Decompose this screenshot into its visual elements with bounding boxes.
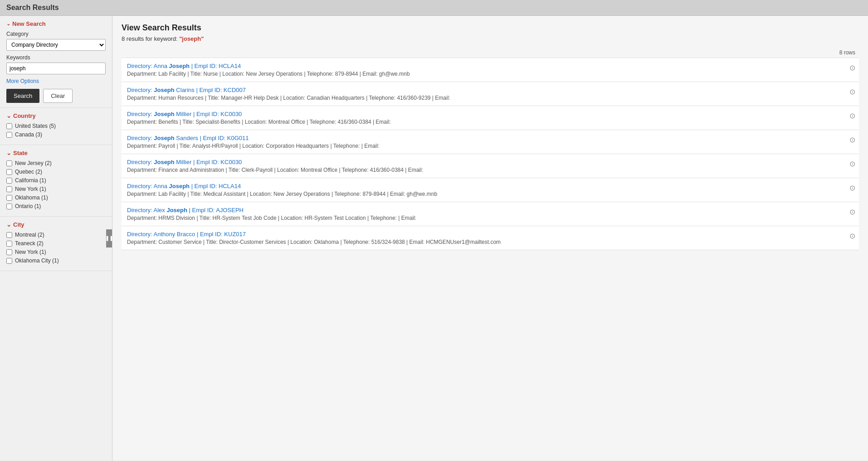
filter-item: New York (1) xyxy=(6,186,106,192)
result-content: Directory: Anna Joseph | Empl ID: HCLA14… xyxy=(127,183,844,197)
filter-item: New Jersey (2) xyxy=(6,160,106,166)
new-search-label: New Search xyxy=(12,20,46,27)
result-highlight: Joseph xyxy=(154,159,175,165)
state-ny-label: New York (1) xyxy=(15,186,46,192)
results-header-row: 8 rows xyxy=(122,48,859,58)
results-list: Directory: Anna Joseph | Empl ID: HCLA14… xyxy=(122,58,859,250)
result-content: Directory: Joseph Clarins | Empl ID: KCD… xyxy=(127,87,844,101)
new-search-toggle[interactable]: ⌄ New Search xyxy=(6,20,106,27)
country-us-checkbox[interactable] xyxy=(6,123,12,129)
result-action-icon[interactable]: ⊙ xyxy=(849,208,855,216)
state-qc-label: Quebec (2) xyxy=(15,169,42,175)
result-action-icon[interactable]: ⊙ xyxy=(849,136,855,144)
results-summary: 8 results for keyword: "joseph" xyxy=(122,35,859,42)
result-action-icon[interactable]: ⊙ xyxy=(849,87,855,96)
result-content: Directory: Joseph Millier | Empl ID: KC0… xyxy=(127,111,844,125)
keywords-label: Keywords xyxy=(6,54,106,61)
result-action-icon[interactable]: ⊙ xyxy=(849,63,855,72)
results-summary-prefix: 8 results for keyword: xyxy=(122,35,178,42)
result-action-icon[interactable]: ⊙ xyxy=(849,232,855,240)
result-item[interactable]: Directory: Joseph Millier | Empl ID: KC0… xyxy=(122,106,859,130)
city-montreal-label: Montreal (2) xyxy=(15,232,44,238)
country-filter-toggle[interactable]: ⌄ Country xyxy=(6,112,106,119)
result-item[interactable]: Directory: Alex Joseph | Empl ID: AJOSEP… xyxy=(122,202,859,226)
result-item[interactable]: Directory: Joseph Millier | Empl ID: KC0… xyxy=(122,154,859,178)
country-canada-checkbox[interactable] xyxy=(6,132,12,138)
result-highlight: Joseph xyxy=(169,183,190,189)
result-detail: Department: Lab Facility | Title: Nurse … xyxy=(127,71,844,77)
filter-item: Oklahoma (1) xyxy=(6,194,106,201)
result-content: Directory: Anna Joseph | Empl ID: HCLA14… xyxy=(127,63,844,77)
filter-item: Oklahoma City (1) xyxy=(6,257,106,264)
result-title-link[interactable]: Directory: Joseph Millier | Empl ID: KC0… xyxy=(127,159,844,165)
state-ok-checkbox[interactable] xyxy=(6,195,12,201)
result-action-icon[interactable]: ⊙ xyxy=(849,184,855,192)
result-content: Directory: Alex Joseph | Empl ID: AJOSEP… xyxy=(127,207,844,221)
chevron-down-icon: ⌄ xyxy=(6,112,11,119)
city-newyork-label: New York (1) xyxy=(15,249,46,255)
result-content: Directory: Anthony Bracco | Empl ID: KUZ… xyxy=(127,231,844,245)
clear-button[interactable]: Clear xyxy=(43,89,73,103)
filter-item: United States (5) xyxy=(6,123,106,129)
result-content: Directory: Joseph Millier | Empl ID: KC0… xyxy=(127,159,844,173)
state-nj-checkbox[interactable] xyxy=(6,160,12,166)
state-qc-checkbox[interactable] xyxy=(6,169,12,175)
result-highlight: Joseph xyxy=(166,207,187,214)
sidebar: ⌄ New Search Category Company DirectoryE… xyxy=(0,16,112,461)
result-detail: Department: Benefits | Title: Specialist… xyxy=(127,119,844,125)
state-ny-checkbox[interactable] xyxy=(6,186,12,192)
state-on-checkbox[interactable] xyxy=(6,204,12,209)
filter-item: Teaneck (2) xyxy=(6,240,106,247)
result-title-link[interactable]: Directory: Joseph Sanders | Empl ID: K0G… xyxy=(127,135,844,141)
city-filter-toggle[interactable]: ⌄ City xyxy=(6,221,106,228)
new-search-section: ⌄ New Search Category Company DirectoryE… xyxy=(0,16,112,108)
result-item[interactable]: Directory: Anna Joseph | Empl ID: HCLA14… xyxy=(122,178,859,202)
filter-item: Ontario (1) xyxy=(6,203,106,209)
city-teaneck-checkbox[interactable] xyxy=(6,241,12,247)
result-item[interactable]: Directory: Joseph Sanders | Empl ID: K0G… xyxy=(122,130,859,154)
state-nj-label: New Jersey (2) xyxy=(15,160,52,166)
chevron-down-icon: ⌄ xyxy=(6,21,10,27)
result-item[interactable]: Directory: Joseph Clarins | Empl ID: KCD… xyxy=(122,82,859,106)
country-us-label: United States (5) xyxy=(15,123,56,129)
chevron-down-icon: ⌄ xyxy=(6,150,11,156)
city-oklahomacity-label: Oklahoma City (1) xyxy=(15,257,59,264)
state-filter-toggle[interactable]: ⌄ State xyxy=(6,150,106,156)
keywords-input[interactable] xyxy=(6,63,106,74)
state-ok-label: Oklahoma (1) xyxy=(15,194,48,201)
category-select[interactable]: Company DirectoryEmployee DirectoryDepar… xyxy=(6,39,106,51)
state-on-label: Ontario (1) xyxy=(15,203,41,209)
state-label: State xyxy=(13,150,28,156)
result-action-icon[interactable]: ⊙ xyxy=(849,160,855,168)
result-title-link[interactable]: Directory: Anna Joseph | Empl ID: HCLA14 xyxy=(127,63,844,69)
results-keyword: "joseph" xyxy=(179,35,204,42)
result-title-link[interactable]: Directory: Anthony Bracco | Empl ID: KUZ… xyxy=(127,231,844,238)
chevron-down-icon: ⌄ xyxy=(6,221,11,228)
result-highlight: Joseph xyxy=(154,111,175,117)
result-title-link[interactable]: Directory: Joseph Clarins | Empl ID: KCD… xyxy=(127,87,844,93)
result-action-icon[interactable]: ⊙ xyxy=(849,112,855,120)
result-detail: Department: Human Resources | Title: Man… xyxy=(127,95,844,101)
city-newyork-checkbox[interactable] xyxy=(6,249,12,255)
result-detail: Department: Finance and Administration |… xyxy=(127,167,844,173)
filter-item: Quebec (2) xyxy=(6,169,106,175)
page-header-title: Search Results xyxy=(6,4,59,11)
results-title: View Search Results xyxy=(122,23,859,33)
city-montreal-checkbox[interactable] xyxy=(6,232,12,238)
result-item[interactable]: Directory: Anthony Bracco | Empl ID: KUZ… xyxy=(122,226,859,250)
city-teaneck-label: Teaneck (2) xyxy=(15,240,44,247)
state-ca-checkbox[interactable] xyxy=(6,178,12,184)
result-title-link[interactable]: Directory: Joseph Millier | Empl ID: KC0… xyxy=(127,111,844,117)
category-label: Category xyxy=(6,31,106,37)
result-item[interactable]: Directory: Anna Joseph | Empl ID: HCLA14… xyxy=(122,58,859,82)
result-content: Directory: Joseph Sanders | Empl ID: K0G… xyxy=(127,135,844,149)
country-label: Country xyxy=(13,112,36,119)
sidebar-collapse-handle[interactable]: ❚❚ xyxy=(106,229,112,247)
result-title-link[interactable]: Directory: Alex Joseph | Empl ID: AJOSEP… xyxy=(127,207,844,214)
city-oklahomacity-checkbox[interactable] xyxy=(6,258,12,264)
filter-item: California (1) xyxy=(6,177,106,184)
result-title-link[interactable]: Directory: Anna Joseph | Empl ID: HCLA14 xyxy=(127,183,844,189)
country-filter-section: ⌄ Country United States (5) Canada (3) xyxy=(0,108,112,145)
search-button[interactable]: Search xyxy=(6,89,39,103)
more-options-link[interactable]: More Options xyxy=(6,78,106,84)
